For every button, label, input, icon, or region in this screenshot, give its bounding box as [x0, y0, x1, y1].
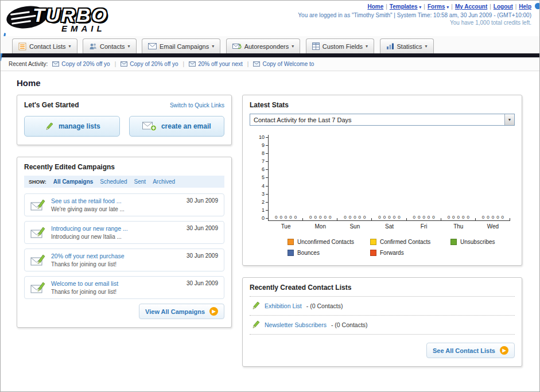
data-value-labels: 00000 — [344, 215, 366, 220]
legend-label: Confirmed Contacts — [380, 239, 430, 245]
chart-plot: 00000000000000000000000000000000000 — [268, 135, 510, 221]
chart-legend: Unconfirmed ContactsConfirmed ContactsUn… — [288, 239, 510, 256]
tab-label: Custom Fields — [323, 43, 363, 50]
campaign-title-link[interactable]: Welcome to our email list — [51, 280, 181, 287]
legend-item: Unsubscribes — [450, 239, 510, 245]
chevron-down-icon: ▼ — [504, 114, 514, 125]
data-value-labels: 00000 — [413, 215, 435, 220]
login-info: You are logged in as "Timothy Smith" | S… — [298, 12, 531, 18]
contact-list-link[interactable]: Newsletter Subscribers — [265, 321, 327, 328]
chart-column: 00000 — [372, 215, 406, 220]
chart-column: 00000 — [337, 215, 372, 220]
nav-link-home[interactable]: Home — [367, 3, 383, 10]
decoration-dot — [535, 3, 540, 9]
y-tick-label: 10 — [259, 135, 268, 140]
tab-label: Email Campaigns — [160, 43, 209, 50]
recent-activity-item: Copy of Welcome to — [253, 61, 314, 67]
chart-column: 00000 — [476, 215, 510, 220]
envelope-pencil-icon — [30, 199, 45, 211]
x-tick-label: Thu — [441, 223, 476, 230]
pencil-icon — [251, 301, 260, 311]
tab-email-campaigns[interactable]: Email Campaigns▾ — [142, 38, 220, 53]
chevron-down-icon: ▾ — [366, 44, 368, 49]
latest-stats-title: Latest Stats — [250, 101, 515, 109]
nav-link-my-account[interactable]: My Account — [455, 3, 487, 10]
data-value-labels: 00000 — [275, 215, 297, 220]
campaigns-title: Recently Edited Campaigns — [24, 163, 224, 171]
view-all-campaigns-label: View All Campaigns — [145, 308, 205, 315]
recent-activity-link[interactable]: 20% off your next — [198, 61, 243, 67]
y-tick-label: 3 — [262, 192, 268, 197]
create-email-button[interactable]: create an email — [129, 116, 225, 137]
data-value-labels: 00000 — [482, 215, 504, 220]
y-tick-label: 0 — [262, 216, 268, 221]
campaign-date: 30 Jun 2009 — [187, 225, 218, 231]
contact-lists-title: Recently Created Contact Lists — [250, 284, 515, 292]
arrow-right-icon — [500, 346, 508, 355]
main-toolbar: Contact Lists▾ Contacts▾ Email Campaigns… — [1, 36, 539, 53]
campaign-subtitle: Introducing our new Italia ... — [51, 234, 181, 240]
contact-list-link[interactable]: Exhibition List — [265, 302, 302, 309]
filter-archived[interactable]: Archived — [153, 178, 175, 185]
manage-lists-button[interactable]: manage lists — [24, 116, 120, 137]
x-tick-label: Fri — [407, 223, 441, 230]
tab-label: Statistics — [397, 43, 422, 50]
nav-link-logout[interactable]: Logout — [494, 3, 513, 10]
recent-activity-link[interactable]: Copy of 20% off yo — [61, 61, 110, 67]
nav-separator: | — [424, 3, 425, 10]
view-all-campaigns-button[interactable]: View All Campaigns — [139, 304, 224, 319]
right-column: Latest Stats Contact Activity for the La… — [242, 95, 522, 367]
contact-list-row: Newsletter Subscribers - (0 Contacts) — [250, 315, 515, 335]
contact-list-count: - (0 Contacts) — [306, 302, 343, 309]
legend-swatch — [288, 250, 294, 256]
envelope-icon — [253, 61, 260, 67]
campaign-title-link[interactable]: 20% off your next purchase — [51, 253, 181, 259]
switch-quick-links-link[interactable]: Switch to Quick Links — [170, 102, 224, 108]
envelope-pencil-icon — [30, 254, 45, 266]
tab-label: Contact Lists — [29, 43, 66, 50]
x-tick-label: Mon — [303, 223, 337, 230]
y-tick-label: 7 — [262, 159, 268, 164]
chart-column: 00000 — [303, 215, 337, 220]
campaign-row: 20% off your next purchase Thanks for jo… — [24, 249, 224, 271]
y-tick-label: 4 — [262, 184, 268, 189]
chart-column: 00000 — [269, 215, 303, 220]
nav-separator: | — [490, 3, 491, 10]
nav-separator: | — [515, 3, 517, 10]
recent-activity-item: Copy of 20% off yo — [52, 61, 110, 67]
data-value-labels: 00000 — [378, 215, 400, 220]
page-title: Home — [17, 78, 522, 88]
nav-link-help[interactable]: Help — [519, 3, 531, 10]
campaign-subtitle: Thanks for joining our list! — [51, 289, 181, 295]
campaign-row: Welcome to our email list Thanks for joi… — [24, 276, 224, 299]
chevron-down-icon: ▾ — [446, 5, 449, 10]
y-tick-label: 1 — [262, 208, 268, 213]
recent-activity-item: 20% off your next — [189, 61, 243, 67]
filter-scheduled[interactable]: Scheduled — [100, 178, 127, 185]
stats-period-select[interactable]: Contact Activity for the Last 7 Days ▼ — [250, 114, 515, 126]
campaign-title-link[interactable]: See us at the retail food ... — [51, 197, 181, 204]
recent-contact-lists-panel: Recently Created Contact Lists Exhibitio… — [242, 277, 522, 367]
tab-custom-fields[interactable]: Custom Fields▾ — [306, 38, 374, 53]
pencil-icon — [251, 320, 260, 329]
see-all-contact-lists-button[interactable]: See All Contact Lists — [426, 343, 515, 358]
get-started-title: Let's Get Started — [24, 101, 79, 109]
campaign-date: 30 Jun 2009 — [187, 280, 218, 286]
recent-activity-link[interactable]: Copy of Welcome to — [262, 61, 314, 67]
get-started-panel: Let's Get Started Switch to Quick Links … — [17, 95, 232, 145]
nav-link-templates[interactable]: Templates — [390, 3, 418, 10]
activity-separator: | — [115, 61, 116, 67]
filter-sent[interactable]: Sent — [134, 178, 146, 185]
campaign-row: Introducing our new range ... Introducin… — [24, 221, 224, 244]
recent-activity-link[interactable]: Copy of 20% off yo — [130, 61, 178, 67]
tab-statistics[interactable]: Statistics▾ — [380, 38, 434, 53]
x-tick-label: Sun — [337, 223, 372, 230]
credits-info: You have 1,000 total credits left. — [298, 20, 531, 26]
nav-link-forms[interactable]: Forms — [428, 3, 445, 10]
tab-contact-lists[interactable]: Contact Lists▾ — [12, 38, 77, 53]
y-tick-label: 6 — [262, 167, 268, 172]
tab-autoresponders[interactable]: Autoresponders▾ — [226, 38, 301, 53]
tab-contacts[interactable]: Contacts▾ — [83, 38, 136, 53]
filter-all-campaigns[interactable]: All Campaigns — [53, 178, 93, 185]
campaign-title-link[interactable]: Introducing our new range ... — [51, 225, 181, 232]
